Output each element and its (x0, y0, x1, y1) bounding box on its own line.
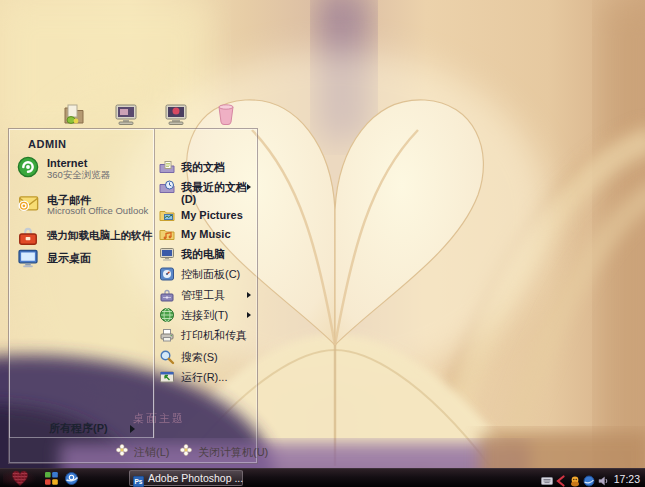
all-programs-label: 所有程序(P) (49, 422, 108, 434)
my-computer-icon[interactable] (113, 101, 139, 127)
submenu-arrow-icon (247, 184, 251, 190)
pinned-item-title: 强力卸载电脑上的软件 (47, 229, 152, 243)
volume-icon[interactable] (597, 473, 609, 485)
uninstall-tool-icon (17, 225, 39, 247)
globe-icon[interactable] (583, 473, 595, 485)
system-tray: 17:23 (541, 469, 643, 487)
my-pictures-icon (159, 207, 175, 223)
internet-explorer-icon[interactable] (64, 471, 79, 486)
heart-start-icon (5, 470, 35, 486)
360-browser-icon (17, 156, 39, 178)
outlook-icon (17, 192, 39, 214)
all-programs-button[interactable]: 所有程序(P) (49, 421, 135, 436)
start-menu-item-email[interactable]: 电子邮件 Microsoft Office Outlook (15, 192, 151, 220)
start-menu-item-internet[interactable]: Internet 360安全浏览器 (15, 156, 151, 184)
start-menu: ADMIN Internet 360安全浏览器 电子邮件 Mic (8, 128, 258, 464)
shutdown-flower-icon (179, 443, 193, 457)
show-desktop-icon (17, 247, 39, 269)
search-icon (159, 349, 175, 365)
recent-documents-icon (159, 179, 175, 195)
svg-text:Ps: Ps (135, 478, 143, 485)
network-computer-icon[interactable] (163, 101, 189, 127)
input-method-icon[interactable] (541, 473, 553, 485)
submenu-arrow-icon (130, 425, 135, 433)
recycle-bin-icon[interactable] (213, 101, 239, 127)
start-button[interactable] (3, 470, 37, 487)
task-button-label: Adobe Photoshop ... (148, 472, 243, 484)
theme-manager-icon[interactable] (44, 471, 59, 486)
submenu-arrow-icon (247, 292, 251, 298)
pinned-item-subtitle: Microsoft Office Outlook (47, 205, 148, 216)
submenu-arrow-icon (247, 312, 251, 318)
my-documents-icon (159, 159, 175, 175)
pet-icon[interactable] (569, 473, 581, 485)
pinned-item-title: 显示桌面 (47, 251, 91, 266)
start-menu-item-show-desktop[interactable]: 显示桌面 (15, 247, 151, 269)
my-music-icon (159, 226, 175, 242)
start-menu-user-name: ADMIN (28, 138, 67, 150)
start-menu-item-force-uninstall[interactable]: 强力卸载电脑上的软件 (15, 225, 151, 247)
start-menu-left-panel: ADMIN Internet 360安全浏览器 电子邮件 Mic (9, 129, 155, 438)
control-panel-icon (159, 266, 175, 282)
admin-tools-icon (159, 287, 175, 303)
desktop: 桌面主题 ADMIN Internet 360安全浏览器 (0, 0, 645, 487)
clock[interactable]: 17:23 (611, 473, 643, 485)
taskbar: Ps Adobe Photoshop ... (0, 468, 645, 487)
pinned-item-title: Internet (47, 157, 87, 169)
my-computer-icon (159, 246, 175, 262)
logoff-flower-icon (115, 443, 129, 457)
printers-faxes-icon (159, 327, 175, 343)
run-icon (159, 369, 175, 385)
pinned-item-subtitle: 360安全浏览器 (47, 169, 110, 182)
connect-to-icon (159, 307, 175, 323)
photoshop-icon: Ps (133, 473, 144, 484)
documents-folder-icon[interactable] (61, 101, 87, 127)
red-chevron-icon[interactable] (555, 473, 567, 485)
taskbar-task-photoshop[interactable]: Ps Adobe Photoshop ... (129, 470, 243, 486)
